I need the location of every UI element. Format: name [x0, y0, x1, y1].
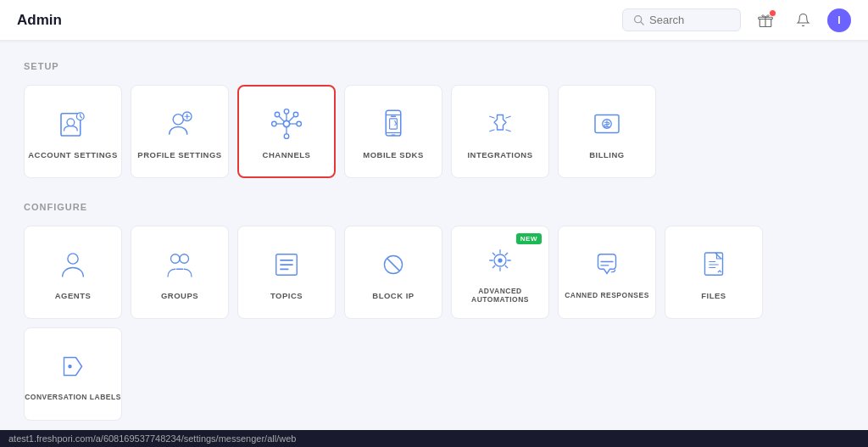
svg-rect-39 — [705, 253, 723, 275]
card-profile-settings[interactable]: PROFILE SETTINGS — [131, 85, 229, 178]
configure-cards-grid: AGENTS GROUPS — [24, 226, 844, 421]
avatar[interactable]: I — [827, 8, 851, 32]
topics-label: TOPICS — [270, 291, 303, 300]
account-settings-label: ACCOUNT SETTINGS — [28, 150, 118, 159]
card-conversation-labels[interactable]: CONVERSATION LABELS — [24, 327, 122, 421]
search-bar[interactable] — [622, 8, 741, 31]
conversation-labels-label: CONVERSATION LABELS — [25, 393, 121, 401]
svg-point-15 — [293, 112, 298, 117]
card-mobile-sdks[interactable]: MOBILE SDKS — [344, 85, 442, 178]
configure-section-title: CONFIGURE — [24, 202, 844, 212]
svg-line-1 — [641, 22, 643, 25]
svg-point-28 — [68, 253, 78, 263]
mobile-sdks-icon — [374, 104, 413, 143]
card-account-settings[interactable]: ACCOUNT SETTINGS — [24, 85, 122, 178]
search-icon — [633, 14, 644, 25]
files-icon — [694, 245, 733, 284]
groups-label: GROUPS — [161, 291, 198, 300]
svg-point-10 — [272, 121, 277, 126]
block-ip-label: BLOCK IP — [372, 291, 414, 300]
card-channels[interactable]: CHANNELS — [237, 85, 336, 178]
card-groups[interactable]: GROUPS — [131, 226, 229, 319]
notification-button[interactable] — [790, 8, 815, 33]
card-billing[interactable]: BILLING — [558, 85, 656, 178]
account-settings-icon — [53, 104, 92, 143]
svg-point-7 — [173, 114, 183, 124]
mobile-sdks-label: MOBILE SDKS — [363, 150, 423, 159]
svg-point-5 — [67, 118, 75, 126]
block-ip-icon — [374, 245, 413, 284]
svg-point-12 — [284, 109, 289, 114]
svg-point-14 — [275, 112, 280, 117]
svg-point-9 — [283, 120, 289, 126]
card-files[interactable]: FILES — [665, 226, 763, 319]
conversation-labels-icon — [53, 347, 92, 386]
svg-line-21 — [289, 116, 294, 121]
profile-settings-label: PROFILE SETTINGS — [137, 150, 221, 159]
svg-line-20 — [279, 116, 284, 121]
card-block-ip[interactable]: BLOCK IP — [344, 226, 442, 319]
svg-line-36 — [387, 259, 399, 271]
topbar-right: I — [622, 8, 851, 33]
topics-icon — [267, 245, 306, 284]
billing-label: BILLING — [589, 150, 625, 159]
svg-point-29 — [171, 254, 181, 263]
bottom-bar: atest1.freshpori.com/a/608169537748234/s… — [0, 430, 868, 447]
app-title: Admin — [17, 12, 62, 29]
agents-label: AGENTS — [55, 291, 92, 300]
card-topics[interactable]: TOPICS — [237, 226, 336, 319]
svg-point-11 — [297, 121, 302, 126]
advanced-automations-label: ADVANCED AUTOMATIONS — [452, 287, 548, 304]
channels-label: CHANNELS — [263, 150, 311, 159]
svg-point-38 — [498, 258, 502, 262]
files-label: FILES — [701, 291, 726, 300]
card-advanced-automations[interactable]: NEW ADVANCED AUTOMATIONS — [451, 226, 549, 319]
gift-button[interactable] — [753, 8, 778, 33]
billing-icon — [587, 104, 626, 143]
agents-icon — [53, 245, 92, 284]
integrations-icon — [481, 104, 520, 143]
canned-responses-icon — [587, 245, 626, 284]
svg-point-13 — [284, 133, 289, 138]
svg-rect-22 — [386, 110, 401, 136]
search-input[interactable] — [649, 14, 730, 26]
setup-section-title: SETUP — [24, 61, 844, 71]
new-badge: NEW — [516, 233, 542, 244]
card-integrations[interactable]: INTEGRATIONS — [451, 85, 549, 178]
profile-settings-icon — [160, 104, 199, 143]
bell-icon — [796, 13, 810, 27]
card-agents[interactable]: AGENTS — [24, 226, 122, 319]
card-canned-responses[interactable]: CANNED RESPONSES — [558, 226, 656, 319]
setup-cards-grid: ACCOUNT SETTINGS PROFILE SETTINGS — [24, 85, 844, 178]
integrations-label: INTEGRATIONS — [467, 150, 532, 159]
channels-icon — [267, 104, 306, 143]
svg-point-30 — [180, 254, 189, 263]
bottom-bar-text: atest1.freshpori.com/a/608169537748234/s… — [8, 433, 296, 444]
gift-badge — [770, 10, 776, 16]
groups-icon — [160, 245, 199, 284]
advanced-automations-icon — [481, 241, 520, 280]
topbar: Admin I — [0, 0, 868, 41]
main-content: SETUP ACCOUNT SETTINGS — [0, 41, 868, 447]
canned-responses-label: CANNED RESPONSES — [565, 291, 649, 299]
svg-point-40 — [68, 365, 71, 368]
